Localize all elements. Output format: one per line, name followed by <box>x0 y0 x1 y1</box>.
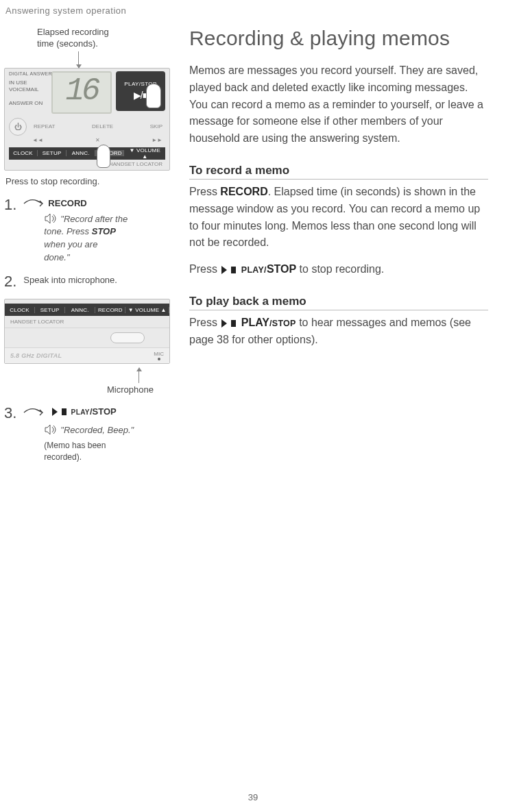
steps-list: 1. RECORD "Record after the tone. Press … <box>4 197 174 289</box>
fast-forward-icon: ►► <box>152 137 162 143</box>
play-stop-hardware-button: PLAY/STOP ▶/■ <box>116 71 165 111</box>
volume-button-label: ▼ VOLUME ▲ <box>124 147 165 160</box>
record-paragraph-2: Press PLAY/STOP to stop recording. <box>189 261 488 278</box>
setup2-label: SETUP <box>35 307 65 313</box>
play-stop-glyph-icon <box>52 408 67 416</box>
press-gesture-icon <box>23 198 44 209</box>
answer-on-label: ANSWER ON <box>9 100 47 107</box>
delete-x-icon: ✕ <box>95 137 100 143</box>
finger-press-record-icon <box>97 145 110 168</box>
step-1: 1. RECORD "Record after the tone. Press … <box>4 197 174 264</box>
steps-list-continued: 3. PLAY/STOP "Recorded, Beep." <box>4 406 174 464</box>
press-gesture-icon-2 <box>23 407 44 418</box>
left-column: Elapsed recording time (seconds). DIGITA… <box>4 27 174 473</box>
step-1-quote-b: tone. Press <box>44 226 91 236</box>
running-head: Answering system operation <box>4 5 488 27</box>
rec-p2-c: to stop recording. <box>296 263 384 275</box>
intro-paragraph: Memos are messages you record yourself. … <box>189 62 488 147</box>
step-3-note-b: recorded). <box>44 452 82 462</box>
delete-label: DELETE <box>92 123 113 130</box>
device-illustration-bottom: CLOCK SETUP ANNC. RECORD ▼ VOLUME ▲ HAND… <box>4 299 170 364</box>
brand-label: DIGITAL ANSWERING SYSTEM <box>9 71 47 77</box>
pointer-down-icon <box>78 51 79 68</box>
play-stop-inline-icon-1 <box>221 266 237 274</box>
step-1-label: RECORD <box>48 198 86 208</box>
step-1-quote-d: done." <box>44 252 69 262</box>
rec-p2-b-small: PLAY/ <box>241 265 267 275</box>
annc2-label: ANNC. <box>65 307 95 313</box>
annc-button-label: ANNC. <box>67 150 95 156</box>
step-1-quote-b-bold: STOP <box>92 226 116 236</box>
play-stop-inline-icon-2 <box>221 319 237 328</box>
step-3-label-play: PLAY <box>71 408 90 416</box>
step-3-number: 3. <box>4 406 16 464</box>
stop-recording-caption: Press to stop recording. <box>5 176 174 186</box>
handset-locator2-label: HANDSET LOCATOR <box>5 316 169 328</box>
repeat-label: REPEAT <box>34 123 55 130</box>
playback-paragraph: Press PLAY/STOP to hear messages and mem… <box>189 315 488 349</box>
skip-label: SKIP <box>150 123 162 130</box>
step-1-quote-a: "Record after the <box>60 214 128 224</box>
power-icon: ⏻ <box>9 118 27 136</box>
step-3-label-stop: STOP <box>93 406 117 417</box>
pb-p1-b-small: /STOP <box>269 319 296 328</box>
speaker-icon <box>44 213 58 224</box>
rec-p2-b-bold: STOP <box>267 263 296 275</box>
pb-p1-a: Press <box>189 317 220 328</box>
device2-button-bar: CLOCK SETUP ANNC. RECORD ▼ VOLUME ▲ <box>5 304 169 316</box>
device-illustration-top: DIGITAL ANSWERING SYSTEM IN USE VOICEMAI… <box>4 68 170 171</box>
device-button-bar: CLOCK SETUP ANNC. RECORD ▼ VOLUME ▲ <box>9 147 165 160</box>
lcd-callout-line1: Elapsed recording <box>37 27 109 37</box>
rec-p1-b: RECORD <box>220 186 267 197</box>
rec-p2-a: Press <box>189 263 220 275</box>
digital-label: 5.8 GHz DIGITAL <box>10 352 62 359</box>
speaker-icon-2 <box>44 424 58 435</box>
step-1-quote-c: when you are <box>44 239 97 249</box>
handset-locator-button-icon <box>110 332 145 343</box>
page-title: Recording & playing memos <box>189 27 488 50</box>
pointer-up-icon <box>138 368 139 383</box>
rewind-icon: ◄◄ <box>32 137 43 143</box>
mic-text: MIC <box>154 351 164 357</box>
clock-button-label: CLOCK <box>9 150 38 156</box>
to-playback-heading: To play back a memo <box>189 295 488 310</box>
lcd-callout-line2: time (seconds). <box>37 38 98 49</box>
clock2-label: CLOCK <box>5 307 35 313</box>
step-3-note-a: (Memo has been <box>44 441 106 450</box>
lcd-display: 16 <box>51 71 112 114</box>
record-paragraph-1: Press RECORD. Elapsed time (in seconds) … <box>189 184 488 251</box>
step-3-quote: "Recorded, Beep." <box>60 425 134 435</box>
rec-p1-a: Press <box>189 186 220 197</box>
lcd-callout: Elapsed recording time (seconds). <box>37 27 174 50</box>
in-use-label: IN USE <box>9 79 47 86</box>
setup-button-label: SETUP <box>38 150 67 156</box>
step-2: 2. Speak into microphone. <box>4 274 174 289</box>
handset-locator-label: HANDSET LOCATOR <box>9 160 165 170</box>
mic-indicator: MIC <box>154 351 164 360</box>
to-record-heading: To record a memo <box>189 164 488 180</box>
page-number: 39 <box>0 792 506 802</box>
voicemail-label: VOICEMAIL <box>9 86 47 93</box>
step-2-number: 2. <box>4 274 16 289</box>
finger-press-icon <box>146 84 161 108</box>
pb-p1-b-bold: PLAY <box>241 317 269 328</box>
step-2-text: Speak into microphone. <box>23 274 174 289</box>
step-1-number: 1. <box>4 197 16 264</box>
right-column: Recording & playing memos Memos are mess… <box>189 27 488 473</box>
record2-label: RECORD <box>95 307 125 313</box>
step-3: 3. PLAY/STOP "Recorded, Beep." <box>4 406 174 464</box>
volume2-label: ▼ VOLUME ▲ <box>125 307 169 313</box>
mic-dot-icon <box>158 358 160 360</box>
microphone-label: Microphone <box>107 384 174 395</box>
